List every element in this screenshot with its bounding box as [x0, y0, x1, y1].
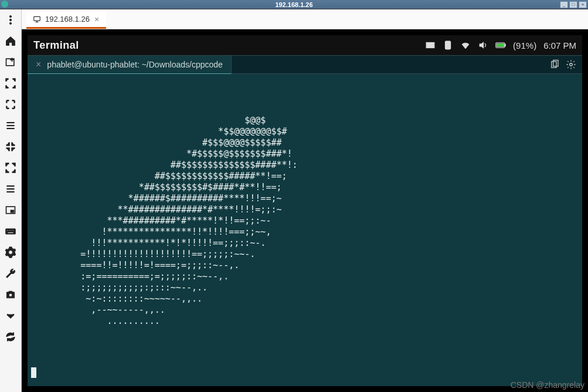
- svg-rect-22: [34, 16, 40, 21]
- svg-point-21: [9, 293, 12, 296]
- terminal-tab-label: phablet@ubuntu-phablet: ~/Downloads/cppc…: [47, 60, 222, 69]
- svg-rect-15: [6, 230, 8, 231]
- sidebar: [0, 9, 22, 392]
- maximize-button[interactable]: □: [569, 1, 577, 8]
- content-area: 192.168.1.26 × Terminal (91%) 6:07 PM: [22, 9, 588, 392]
- window-title: 192.168.1.26: [275, 1, 312, 8]
- connection-tab-label: 192.168.1.26: [45, 15, 90, 23]
- clock: 6:07 PM: [543, 40, 576, 50]
- terminal-tab[interactable]: × phablet@ubuntu-phablet: ~/Downloads/cp…: [28, 56, 232, 74]
- wrench-icon[interactable]: [4, 266, 18, 281]
- svg-point-0: [9, 16, 11, 18]
- terminal-tab-spacer: [232, 56, 543, 74]
- menu-icon[interactable]: [4, 13, 18, 27]
- svg-point-1: [9, 19, 11, 21]
- tab-close-button[interactable]: ×: [93, 15, 100, 23]
- volume-icon[interactable]: [478, 40, 488, 50]
- status-tray: (91%) 6:07 PM: [425, 40, 576, 50]
- pip-icon[interactable]: [4, 203, 18, 217]
- watermark: CSDN @zhangrelay: [511, 380, 584, 390]
- menu-lines-icon[interactable]: [4, 119, 18, 133]
- new-window-icon[interactable]: [4, 55, 18, 69]
- home-icon[interactable]: [4, 34, 18, 48]
- connection-tab-bar: 192.168.1.26 ×: [22, 9, 588, 29]
- svg-rect-17: [9, 230, 11, 231]
- svg-point-2: [9, 22, 11, 24]
- svg-rect-19: [12, 230, 13, 231]
- settings-gear-icon[interactable]: [566, 59, 576, 70]
- expand-icon[interactable]: [4, 97, 18, 111]
- monitor-icon: [32, 15, 42, 23]
- app-logo-icon: [1, 1, 8, 8]
- svg-rect-20: [8, 232, 13, 234]
- terminal-output: $@@$ *$$@@@@@@@$$# #$$$@@@@$$$$$## *#$$$…: [28, 74, 582, 327]
- connection-tab[interactable]: 192.168.1.26 ×: [26, 11, 106, 29]
- battery-percent: (91%): [513, 40, 536, 50]
- close-button[interactable]: ×: [579, 1, 587, 8]
- terminal-body[interactable]: $@@$ *$$@@@@@@@$$# #$$$@@@@$$$$$## *#$$$…: [28, 74, 582, 386]
- fullscreen-icon[interactable]: [4, 76, 18, 90]
- keyboard-icon[interactable]: [4, 224, 18, 238]
- menu-lines-2-icon[interactable]: [4, 182, 18, 196]
- app-title: Terminal: [33, 39, 79, 52]
- camera-icon[interactable]: [4, 288, 18, 302]
- stretch-icon[interactable]: [4, 161, 18, 175]
- app-header: Terminal (91%) 6:07 PM: [28, 35, 582, 55]
- gear-icon[interactable]: [4, 245, 18, 259]
- svg-rect-18: [11, 230, 12, 231]
- svg-rect-29: [497, 43, 504, 47]
- wifi-icon[interactable]: [460, 40, 471, 50]
- chevron-down-icon[interactable]: [4, 309, 18, 323]
- window-controls: _ □ ×: [560, 1, 587, 8]
- terminal-actions: [543, 56, 582, 74]
- terminal-cursor: [31, 367, 36, 378]
- mail-icon[interactable]: [425, 40, 436, 50]
- svg-rect-13: [11, 210, 14, 212]
- svg-point-32: [570, 63, 573, 66]
- copy-icon[interactable]: [549, 59, 560, 70]
- svg-rect-30: [552, 62, 556, 68]
- svg-rect-31: [553, 60, 558, 67]
- svg-rect-16: [8, 230, 9, 231]
- terminal-tab-bar: × phablet@ubuntu-phablet: ~/Downloads/cp…: [28, 55, 582, 74]
- refresh-icon[interactable]: [4, 330, 18, 344]
- battery-icon[interactable]: [495, 40, 506, 50]
- shrink-icon[interactable]: [4, 140, 18, 154]
- minimize-button[interactable]: _: [560, 1, 568, 8]
- bluetooth-icon[interactable]: [443, 40, 453, 50]
- svg-rect-28: [505, 44, 505, 46]
- remote-viewer: Terminal (91%) 6:07 PM × phablet@ub: [22, 29, 588, 392]
- window-titlebar: 192.168.1.26 _ □ ×: [0, 0, 588, 9]
- terminal-tab-close[interactable]: ×: [36, 59, 41, 70]
